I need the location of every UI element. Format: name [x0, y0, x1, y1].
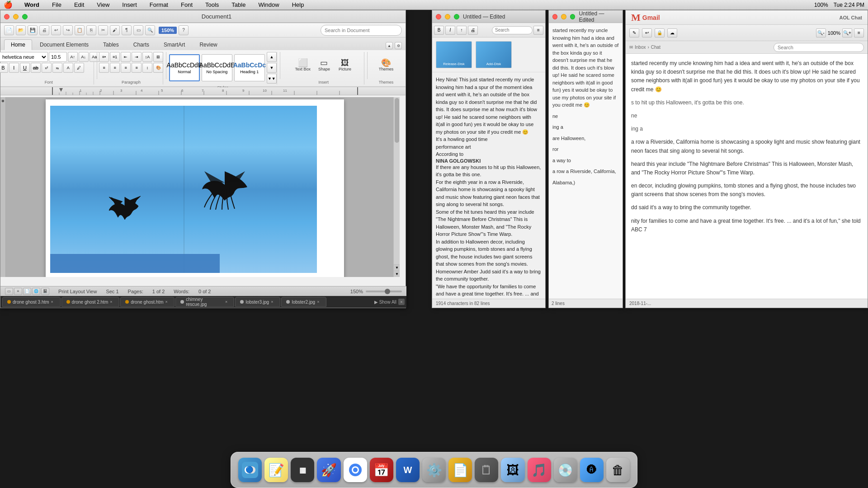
rp1-content[interactable]: Hey Nina! This just started recently my … — [432, 72, 545, 329]
close-tab-4[interactable]: × — [271, 300, 275, 304]
dock-fantastical[interactable]: 📅 — [370, 458, 393, 482]
insert-shape-btn[interactable]: ▭ Shape — [315, 58, 333, 72]
styles-more[interactable]: ▼▼ — [267, 74, 277, 84]
page-layout-btn[interactable]: ▭ — [133, 25, 143, 35]
menu-font[interactable]: Font — [178, 1, 195, 8]
close-tab-1[interactable]: × — [110, 300, 114, 304]
rp1-max[interactable] — [454, 14, 459, 19]
doc-tab-3[interactable]: chimney rescue.jpg × — [175, 297, 234, 307]
increase-indent-btn[interactable]: ⇥ — [132, 52, 142, 62]
rp1-print-btn[interactable]: 🖨 — [468, 26, 478, 35]
format-painter-btn[interactable]: 🖌 — [110, 25, 120, 35]
maximize-button[interactable] — [22, 14, 28, 19]
font-name-selector[interactable]: helvetica neue — [0, 52, 48, 62]
styles-scroll-up[interactable]: ▲ — [267, 52, 277, 62]
rp1-search-input[interactable] — [492, 26, 533, 34]
menu-file[interactable]: File — [49, 1, 64, 8]
font-size-increase-btn[interactable]: A↑ — [68, 52, 78, 62]
close-tab-2[interactable]: × — [165, 300, 170, 304]
sort-btn[interactable]: ↕A — [142, 52, 152, 62]
scrollbar-vertical[interactable]: ▼ ▼ — [393, 97, 400, 277]
rp2-min[interactable] — [561, 14, 566, 19]
menu-view[interactable]: View — [94, 1, 112, 8]
zoom-thumb[interactable] — [385, 289, 390, 294]
superscript-btn[interactable]: x² — [42, 63, 52, 73]
gmail-search-input[interactable] — [774, 43, 864, 52]
zoom-btn[interactable]: 🔍 — [145, 25, 155, 35]
help-btn[interactable]: ? — [179, 25, 189, 35]
doc-tab-5[interactable]: lobster2.jpg × — [281, 297, 326, 307]
margin-handle[interactable]: ⊕ — [1, 99, 5, 103]
close-tab-5[interactable]: × — [317, 300, 321, 304]
dock-mosaic[interactable]: ▦ — [291, 458, 314, 482]
gmail-content[interactable]: started recently my uncle knowing him ha… — [626, 54, 868, 306]
font-size-decrease-btn[interactable]: A↓ — [79, 52, 89, 62]
copy-btn[interactable]: ⎘ — [86, 25, 96, 35]
rp1-view-options[interactable]: ≡ — [533, 26, 543, 35]
insert-picture-btn[interactable]: 🖼 Picture — [336, 58, 354, 72]
dock-launchpad[interactable]: 🚀 — [317, 458, 340, 482]
show-all-tabs[interactable]: ▶ Show All — [374, 300, 396, 305]
doc-tab-2[interactable]: drone ghost.htm × — [120, 297, 175, 307]
thumb-1[interactable]: Release-Disk — [436, 41, 472, 68]
dock-trash[interactable]: 🗑 — [606, 458, 630, 482]
thumb-2[interactable]: Add-Disk — [476, 41, 512, 68]
shading-btn[interactable]: 🎨 — [153, 63, 163, 73]
scroll-down-btn[interactable]: ▼ — [394, 264, 400, 271]
close-tab-0[interactable]: × — [51, 300, 56, 304]
border-btn[interactable]: ⊞ — [153, 52, 163, 62]
tab-document-elements[interactable]: Document Elements — [33, 39, 95, 50]
tab-smartart[interactable]: SmartArt — [157, 39, 192, 50]
scroll-end-btn[interactable]: ▼ — [394, 271, 400, 277]
paste-btn[interactable]: 📋 — [75, 25, 85, 35]
gmail-zoom-out[interactable]: 🔍- — [816, 28, 826, 38]
dock-finder[interactable]: 🔵 — [238, 458, 262, 482]
undo-btn[interactable]: ↩ — [51, 25, 61, 35]
style-no-spacing[interactable]: AaBbCcDdE No Spacing — [202, 54, 232, 81]
new-doc-btn[interactable]: 📄 — [4, 25, 14, 35]
subscript-btn[interactable]: x₂ — [52, 63, 62, 73]
align-left-btn[interactable]: ≡ — [99, 63, 109, 73]
menu-help[interactable]: Help — [289, 1, 307, 8]
rp1-format-btn[interactable]: B — [434, 26, 444, 35]
close-tab-3[interactable]: × — [225, 300, 230, 304]
dock-diskutil[interactable]: 💿 — [554, 458, 577, 482]
doc-tab-1[interactable]: drone ghost 2.htm × — [61, 297, 120, 307]
rp1-share-btn[interactable]: ↑ — [457, 26, 467, 35]
document-search-input[interactable] — [321, 25, 402, 36]
zoom-slider[interactable] — [366, 291, 402, 292]
insert-textbox-btn[interactable]: ⬜ Text Box — [293, 58, 312, 72]
menu-edit[interactable]: Edit — [71, 1, 87, 8]
bullets-btn[interactable]: ≡• — [99, 52, 109, 62]
rp1-min[interactable] — [445, 14, 450, 19]
print-btn[interactable]: 🖨 — [39, 25, 49, 35]
themes-btn[interactable]: 🎨 Themes — [377, 58, 396, 72]
dock-appstore[interactable]: 🅐 — [580, 458, 604, 482]
gmail-btn-3[interactable]: 🔒 — [655, 28, 665, 38]
document-page[interactable] — [46, 99, 344, 277]
align-center-btn[interactable]: ≡ — [110, 63, 120, 73]
italic-btn[interactable]: I — [9, 63, 19, 73]
dock-music[interactable]: 🎵 — [528, 458, 551, 482]
ribbon-options-btn[interactable]: ⚙ — [395, 42, 402, 49]
minimize-ribbon-btn[interactable]: ▲ — [386, 42, 393, 49]
underline-btn[interactable]: U — [20, 63, 30, 73]
rp2-content[interactable]: started recently my uncle knowing him ha… — [549, 23, 623, 193]
view-normal[interactable]: ▭ — [5, 288, 13, 295]
tab-tables[interactable]: Tables — [96, 39, 126, 50]
gmail-btn-4[interactable]: ☁ — [667, 28, 677, 38]
dock-preview[interactable]: 🖼 — [501, 458, 524, 482]
doc-tab-0[interactable]: drone ghost 3.htm × — [2, 297, 61, 307]
dock-stickies[interactable]: 🗒 — [475, 458, 498, 482]
decrease-indent-btn[interactable]: ⇤ — [121, 52, 131, 62]
justify-btn[interactable]: ≡ — [132, 63, 142, 73]
style-normal[interactable]: AaBbCcDdE Normal — [169, 54, 200, 81]
close-tabs-btn[interactable]: × — [398, 299, 405, 305]
minimize-button[interactable] — [13, 14, 19, 19]
font-size-input[interactable] — [49, 52, 67, 62]
tab-charts[interactable]: Charts — [127, 39, 156, 50]
rp2-close[interactable] — [552, 14, 557, 19]
open-btn[interactable]: 📂 — [16, 25, 26, 35]
tab-review[interactable]: Review — [193, 39, 224, 50]
strikethrough-btn[interactable]: ab — [31, 63, 41, 73]
